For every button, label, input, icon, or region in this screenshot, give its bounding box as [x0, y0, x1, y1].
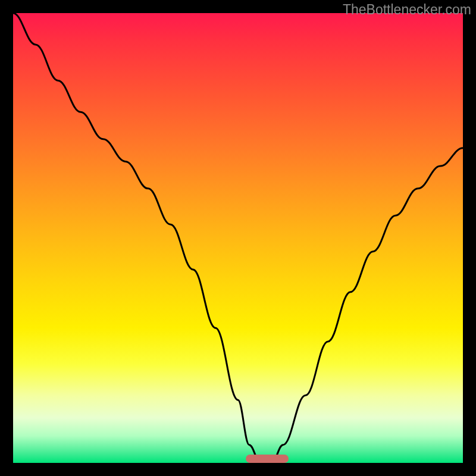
plot-area: [13, 13, 463, 463]
bottleneck-curve-path: [13, 13, 463, 463]
bottleneck-curve: [13, 13, 463, 463]
chart-frame: [13, 13, 463, 463]
watermark-text: TheBottlenecker.com: [343, 2, 471, 18]
optimal-range-marker: [246, 455, 289, 463]
